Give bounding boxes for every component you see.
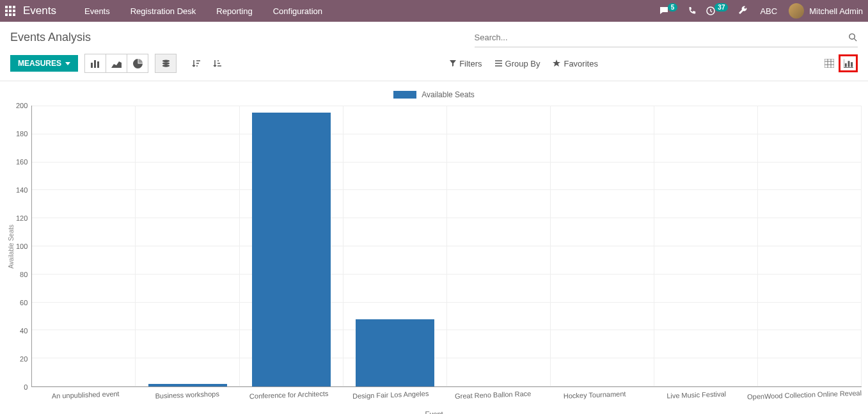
- company-switcher[interactable]: ABC: [757, 0, 780, 22]
- svg-rect-3: [91, 63, 93, 68]
- svg-point-6: [162, 60, 169, 62]
- nav-link-events[interactable]: Events: [74, 0, 120, 22]
- x-tick: Conference for Architects: [238, 385, 340, 401]
- sort-buttons: [185, 54, 228, 73]
- view-switchers: [819, 54, 858, 72]
- apps-icon[interactable]: [5, 6, 15, 16]
- line-chart-button[interactable]: [106, 54, 127, 73]
- bar-slot: [240, 106, 343, 386]
- svg-rect-16: [844, 63, 846, 67]
- bar-chart-icon: [90, 59, 100, 68]
- bar-slot: [654, 106, 758, 386]
- bar-slot: [343, 106, 447, 386]
- nav-link-registration-desk[interactable]: Registration Desk: [120, 0, 207, 22]
- pivot-view-button[interactable]: [819, 54, 839, 72]
- search-input[interactable]: [475, 33, 848, 42]
- svg-rect-17: [848, 61, 849, 67]
- x-axis-title: Event: [6, 410, 862, 414]
- y-axis: 200180160140120100806040200: [16, 106, 31, 387]
- bar-slot: [758, 106, 862, 386]
- graph-icon: [844, 59, 853, 68]
- control-row: Events Analysis: [0, 22, 868, 47]
- favorites-label: Favorites: [564, 59, 597, 68]
- x-tick: Great Reno Ballon Race: [441, 385, 544, 401]
- groupby-label: Group By: [505, 59, 541, 68]
- phone-icon: [688, 6, 697, 15]
- stack-icon: [161, 59, 171, 68]
- x-tick: Business workshops: [136, 385, 239, 401]
- graph-view-button[interactable]: [839, 54, 858, 72]
- star-icon: [553, 60, 560, 67]
- plot: [31, 106, 862, 387]
- filters-label: Filters: [459, 59, 482, 68]
- bar-slot: [551, 106, 654, 386]
- avatar: [789, 3, 804, 19]
- pie-chart-icon: [133, 59, 143, 68]
- x-tick: Design Fair Los Angeles: [340, 385, 442, 401]
- messages-badge: 5: [668, 3, 678, 12]
- stacked-button[interactable]: [155, 54, 177, 73]
- bar[interactable]: [356, 319, 434, 386]
- stack-group: [155, 54, 177, 73]
- x-axis: An unpublished eventBusiness workshopsCo…: [35, 387, 862, 399]
- legend-label: Available Seats: [422, 90, 475, 99]
- bar-slot: [136, 106, 239, 386]
- activities-badge: 37: [714, 3, 728, 12]
- search-wrap: [475, 28, 858, 47]
- x-tick: OpenWood Collection Online Reveal: [747, 385, 862, 401]
- sort-desc-button[interactable]: [185, 54, 207, 73]
- legend-swatch: [393, 91, 416, 99]
- chart-types: [84, 54, 148, 73]
- filters-button[interactable]: Filters: [450, 59, 482, 68]
- activities-button[interactable]: 37: [706, 6, 729, 16]
- user-name: Mitchell Admin: [809, 6, 863, 16]
- pie-chart-button[interactable]: [127, 54, 148, 73]
- navbar: Events Events Registration Desk Reportin…: [0, 0, 868, 22]
- filter-bar: Filters Group By Favorites: [450, 59, 598, 68]
- bar-chart-button[interactable]: [84, 54, 106, 73]
- svg-rect-5: [97, 61, 99, 68]
- nav-links: Events Registration Desk Reporting Confi…: [74, 0, 333, 22]
- svg-rect-4: [94, 60, 96, 68]
- funnel-icon: [450, 60, 456, 67]
- chart-area: Available Seats Available Seats 20018016…: [0, 81, 868, 414]
- svg-line-2: [854, 38, 856, 41]
- nav-link-configuration[interactable]: Configuration: [263, 0, 333, 22]
- svg-point-1: [849, 34, 855, 39]
- pivot-icon: [825, 59, 834, 68]
- sort-desc-icon: [192, 59, 201, 68]
- svg-rect-9: [825, 59, 834, 68]
- page-title: Events Analysis: [10, 28, 91, 44]
- svg-rect-18: [851, 62, 853, 67]
- search-icon[interactable]: [848, 33, 858, 42]
- line-chart-icon: [111, 59, 122, 68]
- y-axis-title: Available Seats: [6, 225, 16, 269]
- nav-link-reporting[interactable]: Reporting: [206, 0, 262, 22]
- user-menu[interactable]: Mitchell Admin: [789, 3, 863, 19]
- x-tick: An unpublished event: [35, 385, 137, 401]
- favorites-button[interactable]: Favorites: [553, 59, 597, 68]
- sort-asc-button[interactable]: [207, 54, 228, 73]
- measures-button[interactable]: MEASURES: [10, 55, 78, 72]
- legend-item: Available Seats: [393, 90, 475, 99]
- svg-point-8: [162, 65, 169, 67]
- phone-button[interactable]: [688, 6, 697, 15]
- app-brand[interactable]: Events: [23, 4, 56, 17]
- list-icon: [495, 60, 502, 67]
- caret-down-icon: [65, 61, 70, 66]
- x-tick: Live Music Festival: [645, 385, 748, 401]
- measures-label: MEASURES: [18, 59, 61, 68]
- debug-button[interactable]: [738, 6, 748, 16]
- x-tick: Hockey Tournament: [543, 385, 645, 401]
- wrench-icon: [738, 6, 748, 16]
- bar-slot: [32, 106, 136, 386]
- sort-asc-icon: [213, 59, 222, 68]
- toolbar-row: MEASURES Filters Group: [0, 47, 868, 81]
- nav-right: 5 37 ABC Mitchell Admin: [659, 0, 863, 22]
- groupby-button[interactable]: Group By: [495, 59, 541, 68]
- legend: Available Seats: [6, 88, 862, 106]
- bar-slot: [447, 106, 551, 386]
- messages-button[interactable]: 5: [659, 6, 679, 16]
- bar[interactable]: [252, 113, 331, 386]
- svg-point-7: [162, 62, 169, 65]
